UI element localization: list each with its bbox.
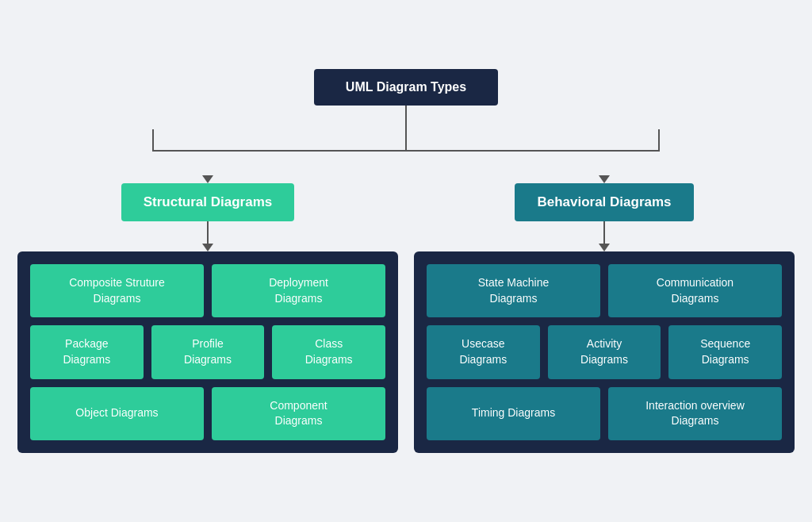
sequence-box: SequenceDiagrams bbox=[668, 325, 782, 378]
behavioral-arrow bbox=[599, 175, 610, 183]
class-box: ClassDiagrams bbox=[272, 325, 385, 378]
usecase-box: UsecaseDiagrams bbox=[427, 325, 540, 378]
behavioral-box-arrow bbox=[599, 244, 610, 251]
structural-arrow bbox=[202, 175, 213, 183]
structural-connector bbox=[202, 175, 213, 183]
behavioral-items-grid: State MachineDiagrams CommunicationDiagr… bbox=[427, 264, 782, 440]
package-box: PackageDiagrams bbox=[30, 325, 144, 378]
activity-box: ActivityDiagrams bbox=[548, 325, 661, 378]
behavioral-label: Behavioral Diagrams bbox=[515, 183, 693, 221]
branch-row: Structural Diagrams Composite StrutureDi… bbox=[17, 175, 795, 453]
split-line bbox=[152, 129, 660, 152]
diagram-container: UML Diagram Types Structural Diagrams bbox=[17, 69, 795, 453]
behavioral-cat-connector bbox=[603, 221, 605, 244]
split-left bbox=[152, 150, 405, 152]
behavioral-row-2: UsecaseDiagrams ActivityDiagrams Sequenc… bbox=[427, 325, 782, 378]
object-box: Object Diagrams bbox=[30, 387, 204, 440]
structural-items-container: Composite StrutureDiagrams DeploymentDia… bbox=[17, 251, 398, 453]
behavioral-label-text: Behavioral Diagrams bbox=[537, 194, 671, 209]
split-center bbox=[405, 129, 407, 152]
structural-column: Structural Diagrams Composite StrutureDi… bbox=[17, 175, 398, 453]
root-connector bbox=[405, 106, 407, 129]
deployment-box: DeploymentDiagrams bbox=[212, 264, 385, 317]
composite-structure-box: Composite StrutureDiagrams bbox=[30, 264, 204, 317]
split-right bbox=[407, 150, 660, 152]
root-label: UML Diagram Types bbox=[346, 80, 466, 94]
behavioral-row-1: State MachineDiagrams CommunicationDiagr… bbox=[427, 264, 782, 317]
structural-items-grid: Composite StrutureDiagrams DeploymentDia… bbox=[30, 264, 385, 440]
structural-cat-connector bbox=[207, 221, 209, 244]
behavioral-connector bbox=[599, 175, 610, 183]
structural-row-1: Composite StrutureDiagrams DeploymentDia… bbox=[30, 264, 385, 317]
behavioral-items-container: State MachineDiagrams CommunicationDiagr… bbox=[414, 251, 795, 453]
component-box: ComponentDiagrams bbox=[212, 387, 385, 440]
interaction-overview-box: Interaction overviewDiagrams bbox=[608, 387, 782, 440]
communication-box: CommunicationDiagrams bbox=[608, 264, 782, 317]
structural-label-text: Structural Diagrams bbox=[144, 194, 273, 209]
root-node: UML Diagram Types bbox=[314, 69, 498, 106]
behavioral-column: Behavioral Diagrams State MachineDiagram… bbox=[414, 175, 795, 453]
structural-box-arrow bbox=[202, 244, 213, 251]
behavioral-row-3: Timing Diagrams Interaction overviewDiag… bbox=[427, 387, 782, 440]
structural-label: Structural Diagrams bbox=[121, 183, 295, 221]
structural-row-3: Object Diagrams ComponentDiagrams bbox=[30, 387, 385, 440]
state-machine-box: State MachineDiagrams bbox=[427, 264, 600, 317]
structural-row-2: PackageDiagrams ProfileDiagrams ClassDia… bbox=[30, 325, 385, 378]
timing-box: Timing Diagrams bbox=[427, 387, 600, 440]
profile-box: ProfileDiagrams bbox=[151, 325, 265, 378]
